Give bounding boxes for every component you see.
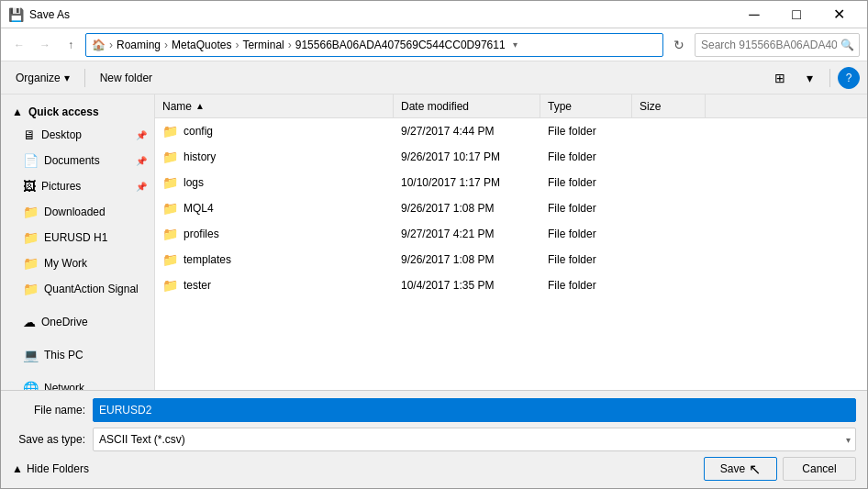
file-name-cell: 📁 history xyxy=(159,150,397,164)
file-type-cell: File folder xyxy=(544,228,636,240)
sidebar-quantaction-label: QuantAction Signal xyxy=(44,283,139,295)
filename-row: File name: xyxy=(12,398,856,422)
sidebar-thispc-label: This PC xyxy=(44,349,83,361)
sidebar-item-onedrive[interactable]: ☁ OneDrive xyxy=(1,309,154,335)
col-name-label: Name xyxy=(162,100,192,113)
col-header-size[interactable]: Size xyxy=(632,94,706,117)
minimize-button[interactable]: ─ xyxy=(733,1,775,28)
sidebar-divider3 xyxy=(1,368,154,375)
filename-input[interactable] xyxy=(93,398,856,422)
quick-access-label: Quick access xyxy=(28,106,99,118)
sidebar-item-desktop[interactable]: 🖥 Desktop 📌 xyxy=(1,122,154,148)
file-name-cell: 📁 logs xyxy=(159,175,397,190)
file-name: profiles xyxy=(184,228,219,240)
close-button[interactable]: ✕ xyxy=(818,1,860,28)
col-header-type[interactable]: Type xyxy=(540,94,632,117)
file-type-cell: File folder xyxy=(544,176,636,189)
folder-icon: 📁 xyxy=(162,150,178,164)
help-button[interactable]: ? xyxy=(838,67,860,89)
folder-icon: 📁 xyxy=(162,227,178,241)
file-name: config xyxy=(184,125,213,138)
thispc-icon: 💻 xyxy=(23,348,39,362)
folder-icon: 📁 xyxy=(162,201,178,216)
sidebar-item-quantaction[interactable]: 📁 QuantAction Signal xyxy=(1,276,154,302)
file-name-cell: 📁 config xyxy=(159,124,397,139)
sidebar-item-thispc[interactable]: 💻 This PC xyxy=(1,342,154,368)
sidebar: ▲ Quick access 🖥 Desktop 📌 📄 Documents 📌… xyxy=(1,94,155,390)
table-row[interactable]: 📁 logs 10/10/2017 1:17 PM File folder xyxy=(155,170,867,195)
bottom-bar: File name: Save as type: ASCII Text (*.c… xyxy=(1,390,867,488)
search-input[interactable] xyxy=(695,33,860,57)
table-row[interactable]: 📁 history 9/26/2017 10:17 PM File folder xyxy=(155,144,867,170)
sidebar-item-pictures[interactable]: 🖼 Pictures 📌 xyxy=(1,173,154,199)
file-name-cell: 📁 tester xyxy=(159,278,397,293)
hide-folders-button[interactable]: ▲ Hide Folders xyxy=(12,462,89,475)
sidebar-eurusd-label: EURUSD H1 xyxy=(44,231,107,244)
folder-icon: 📁 xyxy=(162,175,178,190)
main-content: ▲ Quick access 🖥 Desktop 📌 📄 Documents 📌… xyxy=(1,94,867,390)
sidebar-divider2 xyxy=(1,335,154,342)
up-button[interactable]: ↑ xyxy=(60,34,82,56)
file-list-container: Name ▲ Date modified Type Size 📁 config xyxy=(155,94,867,390)
file-date-cell: 10/10/2017 1:17 PM xyxy=(397,176,544,189)
new-folder-button[interactable]: New folder xyxy=(93,65,160,91)
file-type-cell: File folder xyxy=(544,125,636,138)
table-row[interactable]: 📁 templates 9/26/2017 1:08 PM File folde… xyxy=(155,247,867,272)
folder-icon: 📁 xyxy=(162,278,178,293)
refresh-button[interactable]: ↻ xyxy=(667,33,691,57)
cancel-button[interactable]: Cancel xyxy=(783,457,856,481)
downloaded-icon: 📁 xyxy=(23,205,39,219)
file-date-cell: 9/26/2017 1:08 PM xyxy=(397,253,544,266)
quick-access-arrow: ▲ xyxy=(12,106,23,118)
breadcrumb-bar[interactable]: 🏠 › Roaming › MetaQuotes › Terminal › 91… xyxy=(85,33,663,57)
breadcrumb-icon: 🏠 xyxy=(92,39,106,51)
file-list: 📁 config 9/27/2017 4:44 PM File folder 📁… xyxy=(155,118,867,390)
col-header-name[interactable]: Name ▲ xyxy=(155,94,394,117)
col-header-date[interactable]: Date modified xyxy=(394,94,540,117)
sidebar-mywork-label: My Work xyxy=(44,257,87,270)
view-button[interactable]: ⊞ xyxy=(767,65,793,91)
sidebar-item-documents[interactable]: 📄 Documents 📌 xyxy=(1,148,154,173)
breadcrumb-folder[interactable]: 915566BA06ADA407569C544CC0D97611 xyxy=(295,39,506,51)
sidebar-item-mywork[interactable]: 📁 My Work xyxy=(1,250,154,276)
file-name-cell: 📁 profiles xyxy=(159,227,397,241)
table-row[interactable]: 📁 MQL4 9/26/2017 1:08 PM File folder xyxy=(155,195,867,221)
forward-button[interactable]: → xyxy=(34,34,56,56)
save-button[interactable]: Save ↖ xyxy=(704,457,777,481)
breadcrumb-terminal[interactable]: Terminal xyxy=(242,39,284,51)
sidebar-desktop-label: Desktop xyxy=(41,128,82,141)
file-date-cell: 9/26/2017 1:08 PM xyxy=(397,202,544,215)
maximize-button[interactable]: □ xyxy=(775,1,818,28)
window-controls: ─ □ ✕ xyxy=(733,1,860,28)
breadcrumb-roaming[interactable]: Roaming xyxy=(117,39,161,51)
sidebar-documents-label: Documents xyxy=(44,154,100,167)
file-name: history xyxy=(184,150,216,163)
pin-icon-pictures: 📌 xyxy=(136,182,147,192)
eurusd-icon: 📁 xyxy=(23,230,39,245)
title-bar: 💾 Save As ─ □ ✕ xyxy=(1,1,867,28)
dialog-icon: 💾 xyxy=(8,7,24,22)
breadcrumb-metaquotes[interactable]: MetaQuotes xyxy=(172,39,231,51)
sidebar-pictures-label: Pictures xyxy=(41,180,81,193)
sidebar-item-downloaded[interactable]: 📁 Downloaded xyxy=(1,199,154,225)
hide-folders-arrow: ▲ xyxy=(12,462,23,475)
savetype-row: Save as type: ASCII Text (*.csv) ▾ xyxy=(12,428,856,451)
file-date-cell: 9/27/2017 4:21 PM xyxy=(397,228,544,240)
organize-button[interactable]: Organize ▾ xyxy=(8,65,77,91)
sidebar-item-eurusd[interactable]: 📁 EURUSD H1 xyxy=(1,225,154,250)
table-row[interactable]: 📁 tester 10/4/2017 1:35 PM File folder xyxy=(155,272,867,298)
file-type-cell: File folder xyxy=(544,202,636,215)
file-type-cell: File folder xyxy=(544,150,636,163)
table-row[interactable]: 📁 config 9/27/2017 4:44 PM File folder xyxy=(155,118,867,144)
sidebar-network-label: Network xyxy=(44,382,84,390)
table-row[interactable]: 📁 profiles 9/27/2017 4:21 PM File folder xyxy=(155,221,867,247)
file-name: tester xyxy=(184,279,211,292)
breadcrumb-dropdown[interactable]: ▾ xyxy=(513,39,517,50)
back-button[interactable]: ← xyxy=(8,34,30,56)
savetype-select[interactable]: ASCII Text (*.csv) xyxy=(93,428,856,451)
file-name: templates xyxy=(184,253,231,266)
sidebar-item-network[interactable]: 🌐 Network xyxy=(1,375,154,390)
quick-access-header[interactable]: ▲ Quick access xyxy=(1,98,154,122)
view-dropdown-button[interactable]: ▾ xyxy=(796,65,822,91)
documents-icon: 📄 xyxy=(23,153,39,168)
